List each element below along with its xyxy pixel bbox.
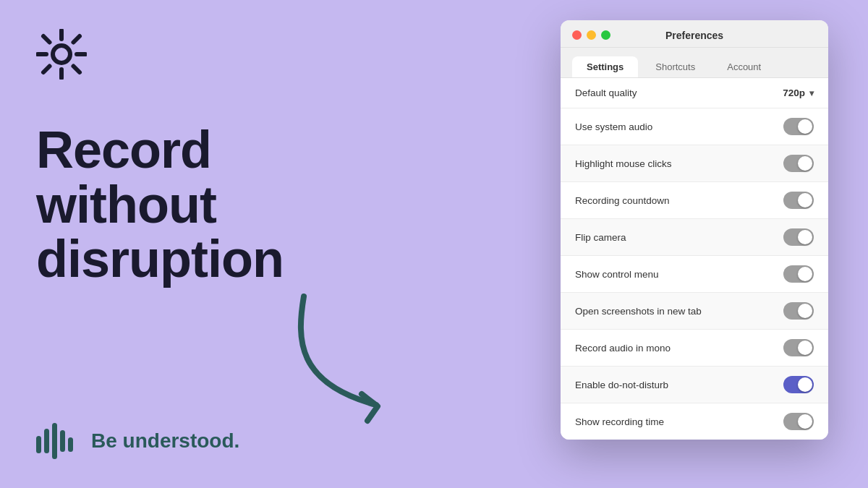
setting-label: Enable do-not-disturb xyxy=(575,380,668,390)
toggle-show-control-menu[interactable] xyxy=(783,265,814,283)
setting-row-open-screenshots: Open screenshots in new tab xyxy=(561,293,828,330)
toggle-recording-countdown[interactable] xyxy=(783,192,814,209)
headline-text: Record without disruption xyxy=(36,123,441,287)
close-button[interactable] xyxy=(572,30,582,40)
tab-account[interactable]: Account xyxy=(712,56,775,77)
chevron-down-icon: ▾ xyxy=(809,88,814,98)
setting-label: Show control menu xyxy=(575,269,659,280)
setting-label: Open screenshots in new tab xyxy=(575,306,702,317)
toggle-highlight-mouse-clicks[interactable] xyxy=(783,155,814,172)
svg-rect-10 xyxy=(44,429,49,453)
tagline-text: Be understood. xyxy=(91,429,239,453)
quality-label: Default quality xyxy=(575,87,637,98)
setting-label: Record audio in mono xyxy=(575,343,671,354)
svg-rect-9 xyxy=(36,436,41,453)
setting-row-show-control-menu: Show control menu xyxy=(561,256,828,293)
svg-rect-13 xyxy=(68,437,73,452)
quality-row: Default quality 720p ▾ xyxy=(561,78,828,108)
svg-line-4 xyxy=(43,36,50,43)
sun-logo-icon xyxy=(36,29,87,80)
window-title: Preferences xyxy=(665,30,723,41)
svg-rect-12 xyxy=(60,430,65,452)
traffic-lights xyxy=(572,30,610,40)
tab-bar: Settings Shortcuts Account xyxy=(561,48,828,78)
minimize-button[interactable] xyxy=(587,30,596,40)
tab-shortcuts[interactable]: Shortcuts xyxy=(641,56,710,77)
svg-line-6 xyxy=(74,36,80,43)
setting-row-record-audio-mono: Record audio in mono xyxy=(561,330,828,367)
toggle-show-recording-time[interactable] xyxy=(783,413,814,430)
setting-label: Show recording time xyxy=(575,416,664,427)
svg-line-5 xyxy=(74,67,80,73)
svg-rect-11 xyxy=(52,423,57,459)
toggle-use-system-audio[interactable] xyxy=(783,118,814,135)
setting-row-recording-countdown: Recording countdown xyxy=(561,182,828,219)
setting-label: Highlight mouse clicks xyxy=(575,158,672,169)
waveform-logo-icon xyxy=(36,423,80,459)
setting-row-do-not-disturb: Enable do-not-disturb xyxy=(561,367,828,403)
quality-dropdown[interactable]: 720p ▾ xyxy=(783,87,814,98)
toggle-record-audio-mono[interactable] xyxy=(783,339,814,356)
bottom-branding: Be understood. xyxy=(36,423,239,459)
setting-label: Flip camera xyxy=(575,232,626,243)
settings-body: Default quality 720p ▾ Use system audio … xyxy=(561,78,828,440)
preferences-window: Preferences Settings Shortcuts Account D… xyxy=(561,20,828,440)
setting-row-use-system-audio: Use system audio xyxy=(561,108,828,145)
tab-settings[interactable]: Settings xyxy=(572,56,638,77)
setting-row-flip-camera: Flip camera xyxy=(561,219,828,256)
setting-row-show-recording-time: Show recording time xyxy=(561,403,828,440)
arrow-icon xyxy=(282,282,427,427)
toggle-do-not-disturb[interactable] xyxy=(783,376,814,393)
quality-value: 720p xyxy=(783,87,805,98)
setting-row-highlight-mouse-clicks: Highlight mouse clicks xyxy=(561,145,828,182)
toggle-flip-camera[interactable] xyxy=(783,228,814,246)
svg-line-7 xyxy=(43,67,50,73)
setting-label: Use system audio xyxy=(575,121,652,132)
setting-label: Recording countdown xyxy=(575,195,670,206)
svg-point-8 xyxy=(53,46,70,63)
maximize-button[interactable] xyxy=(601,30,610,40)
titlebar: Preferences xyxy=(561,20,828,48)
toggle-open-screenshots[interactable] xyxy=(783,302,814,320)
